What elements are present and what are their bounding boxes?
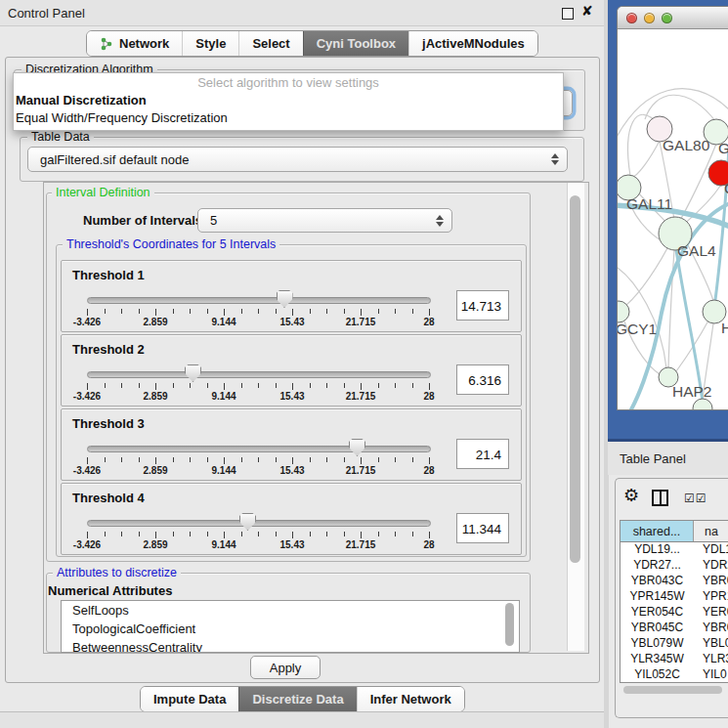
- table-cell: YER0: [694, 605, 728, 621]
- gear-icon[interactable]: ⚙: [623, 485, 639, 506]
- tick-mark: [241, 532, 242, 536]
- table-row[interactable]: YDR27...YDR2: [621, 558, 728, 574]
- tick-mark: [412, 457, 413, 462]
- table-data-select[interactable]: galFiltered.sif default node: [27, 147, 568, 172]
- algorithm-option[interactable]: Manual Discretization: [14, 92, 563, 109]
- tick-mark: [395, 383, 396, 388]
- zoom-traffic-light-icon[interactable]: [662, 13, 672, 23]
- horizontal-scrollbar-thumb[interactable]: [623, 686, 722, 694]
- column-header[interactable]: shared...: [621, 521, 694, 541]
- tick-mark: [87, 309, 88, 316]
- algorithm-option[interactable]: Equal Width/Frequency Discretization: [14, 109, 563, 127]
- network-node[interactable]: [693, 399, 712, 409]
- tab-style[interactable]: Style: [182, 31, 238, 56]
- tab-select[interactable]: Select: [238, 31, 302, 56]
- table-row[interactable]: YBL079WYBL0: [621, 636, 728, 652]
- table-row[interactable]: YBR045CYBR0: [621, 621, 728, 636]
- checkbox-icons[interactable]: ☑☑: [684, 492, 707, 505]
- tab-impute-data[interactable]: Impute Data: [141, 687, 238, 711]
- node-label: GAL11: [626, 195, 672, 212]
- slider-track[interactable]: [87, 297, 431, 304]
- tick-mark: [344, 457, 345, 462]
- column-header[interactable]: na: [694, 521, 728, 541]
- tab-discretize-data[interactable]: Discretize Data: [238, 687, 356, 711]
- tick-mark: [224, 532, 225, 538]
- slider-thumb[interactable]: [349, 439, 365, 456]
- tab-label: Select: [252, 36, 289, 51]
- node-attribute-table[interactable]: shared...na YDL19...YDL1YDR27...YDR2YBR0…: [620, 520, 728, 683]
- threshold-row: Threshold 3-3.4262.8599.14415.4321.71528…: [61, 408, 522, 481]
- network-canvas[interactable]: GAL80GAGAL11CGAL4GCY1HHAP2: [618, 29, 728, 409]
- network-edge: [631, 141, 660, 178]
- vertical-scrollbar-thumb[interactable]: [570, 195, 580, 563]
- tick-mark: [395, 457, 396, 462]
- threshold-value-field[interactable]: 14.713: [456, 290, 509, 321]
- float-window-icon[interactable]: [562, 8, 574, 20]
- tick-mark: [190, 532, 191, 536]
- tick-label: 15.43: [279, 465, 304, 476]
- tick-mark: [121, 383, 122, 388]
- tick-mark: [429, 457, 430, 464]
- apply-button[interactable]: Apply: [250, 656, 321, 679]
- apply-button-label: Apply: [270, 661, 302, 675]
- table-cell: YBR0: [694, 574, 728, 589]
- slider-tick-labels: -3.4262.8599.14415.4321.71528: [87, 317, 429, 328]
- list-scrollbar-thumb[interactable]: [505, 603, 514, 646]
- tick-mark: [121, 457, 122, 462]
- tab-network[interactable]: Network: [87, 31, 182, 56]
- close-traffic-light-icon[interactable]: [626, 13, 637, 23]
- tab-jactivemnodules[interactable]: jActiveMNodules: [408, 31, 537, 56]
- slider-track[interactable]: [87, 446, 431, 452]
- table-row[interactable]: YLR345WYLR3: [621, 652, 728, 667]
- tab-cyni-toolbox[interactable]: Cyni Toolbox: [303, 31, 408, 56]
- list-item[interactable]: TopologicalCoefficient: [62, 620, 519, 638]
- table-row[interactable]: YBR043CYBR0: [621, 574, 728, 589]
- table-row[interactable]: YDL19...YDL1: [621, 542, 728, 558]
- number-of-intervals-select[interactable]: 5: [197, 208, 452, 233]
- slider-thumb[interactable]: [239, 513, 256, 531]
- table-row[interactable]: YIL052CYIL0: [621, 667, 728, 683]
- tick-mark: [139, 532, 140, 536]
- slider-track[interactable]: [87, 371, 431, 378]
- tick-label: -3.426: [73, 539, 101, 550]
- tick-mark: [378, 309, 379, 314]
- combo-stepper-icon: [551, 153, 559, 165]
- combo-stepper-icon: [436, 215, 444, 227]
- slider-track[interactable]: [87, 520, 431, 527]
- tick-mark: [429, 532, 430, 538]
- tick-mark: [310, 532, 311, 536]
- tick-mark: [241, 457, 242, 462]
- slider-thumb[interactable]: [185, 364, 201, 382]
- slider-tick-labels: -3.4262.8599.14415.4321.71528: [87, 539, 429, 551]
- tick-mark: [276, 383, 277, 388]
- tick-mark: [87, 532, 88, 538]
- columns-icon[interactable]: [652, 490, 668, 506]
- table-cell: YDR27...: [621, 558, 694, 574]
- network-edge: [622, 246, 668, 308]
- slider-ticks: [87, 383, 429, 391]
- close-icon[interactable]: ✘: [581, 3, 593, 19]
- threshold-value-field[interactable]: 11.344: [456, 513, 509, 543]
- attributes-group-title: Attributes to discretize: [53, 566, 181, 579]
- list-item[interactable]: SelfLoops: [62, 601, 519, 620]
- tab-infer-network[interactable]: Infer Network: [357, 687, 464, 711]
- tab-label: Network: [119, 36, 169, 51]
- control-panel-titlebar: Control Panel ✘: [0, 0, 604, 26]
- slider-thumb[interactable]: [277, 290, 293, 308]
- list-item[interactable]: BetweennessCentrality: [62, 638, 519, 653]
- tick-mark: [155, 457, 156, 464]
- algorithm-dropdown-popup: Select algorithm to view settings Manual…: [13, 72, 564, 131]
- node-label: GAL80: [663, 137, 710, 153]
- table-row[interactable]: YER054CYER0: [621, 605, 728, 621]
- numerical-attributes-list[interactable]: SelfLoopsTopologicalCoefficientBetweenne…: [61, 600, 520, 653]
- tick-mark: [378, 457, 379, 462]
- table-row[interactable]: YPR145WYPR1: [621, 589, 728, 605]
- table-header-row: shared...na: [621, 521, 728, 542]
- tick-label: 9.144: [211, 391, 236, 402]
- tick-mark: [292, 383, 293, 390]
- bottom-tab-bar: Impute DataDiscretize DataInfer Network: [140, 686, 465, 712]
- threshold-value-field[interactable]: 6.316: [456, 364, 509, 395]
- minimize-traffic-light-icon[interactable]: [644, 13, 655, 23]
- threshold-value-field[interactable]: 21.4: [456, 439, 509, 469]
- node-label: GCY1: [618, 321, 657, 337]
